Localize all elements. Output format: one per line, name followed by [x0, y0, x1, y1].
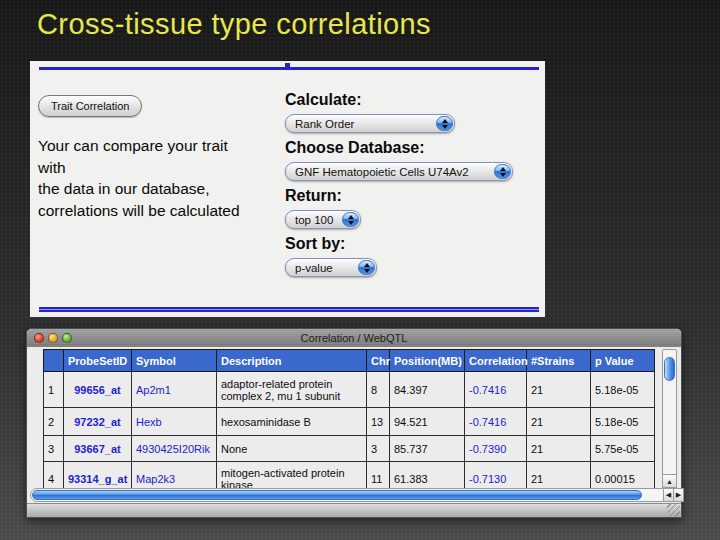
page-title: Cross-tissue type correlations [37, 8, 431, 41]
return-select[interactable]: top 100 [285, 210, 361, 229]
panel-description: Your can compare your trait with the dat… [38, 135, 283, 221]
pvalue-cell: 5.18e-05 [591, 372, 655, 408]
table-row: 2 97232_at Hexb hexosaminidase B 13 94.5… [44, 408, 655, 436]
trait-correlation-panel: Trait Correlation Your can compare your … [30, 61, 545, 317]
col-header-index [44, 350, 64, 372]
minimize-button[interactable] [48, 333, 58, 343]
window-controls [34, 333, 72, 343]
webqtl-window: Correlation / WebQTL ProbeSetID Symbol D… [26, 328, 682, 518]
window-titlebar[interactable]: Correlation / WebQTL [27, 329, 681, 347]
scroll-right-icon[interactable]: ▶ [674, 488, 684, 502]
symbol-link[interactable]: 4930425I20Rik [132, 436, 217, 462]
database-select[interactable]: GNF Hematopoietic Cells U74Av2 [285, 162, 513, 181]
select-stepper-icon [342, 212, 359, 227]
table-row: 3 93667_at 4930425I20Rik None 3 85.737 -… [44, 436, 655, 462]
sort-select-value: p-value [295, 262, 333, 274]
table-header-row: ProbeSetID Symbol Description Chr Positi… [44, 350, 655, 372]
select-stepper-icon [494, 164, 511, 179]
pvalue-cell: 5.75e-05 [591, 436, 655, 462]
correlation-link[interactable]: -0.7390 [465, 436, 527, 462]
calculate-label: Calculate: [285, 91, 540, 109]
col-header-probesetid: ProbeSetID [64, 350, 132, 372]
position-cell: 85.737 [390, 436, 465, 462]
return-label: Return: [285, 187, 540, 205]
choose-database-label: Choose Database: [285, 139, 540, 157]
return-select-value: top 100 [295, 214, 333, 226]
scroll-up-icon[interactable]: ▲ [663, 474, 676, 487]
row-index: 3 [44, 436, 64, 462]
sort-select[interactable]: p-value [285, 258, 377, 277]
database-select-value: GNF Hematopoietic Cells U74Av2 [295, 166, 469, 178]
select-stepper-icon [358, 260, 375, 275]
select-stepper-icon [436, 116, 453, 131]
correlation-table-area: ProbeSetID Symbol Description Chr Positi… [43, 349, 655, 501]
pvalue-cell: 5.18e-05 [591, 408, 655, 436]
probesetid-link[interactable]: 93667_at [64, 436, 132, 462]
position-cell: 84.397 [390, 372, 465, 408]
zoom-button[interactable] [62, 333, 72, 343]
strains-cell: 21 [527, 408, 591, 436]
chr-cell: 8 [367, 372, 390, 408]
trait-correlation-button[interactable]: Trait Correlation [38, 95, 142, 117]
panel-rule-notch [285, 63, 290, 70]
description-cell: None [217, 436, 367, 462]
vertical-scrollbar[interactable]: ▲ ▼ [662, 349, 677, 501]
calculate-select-value: Rank Order [295, 118, 354, 130]
correlation-table: ProbeSetID Symbol Description Chr Positi… [43, 349, 655, 501]
vertical-scrollbar-thumb[interactable] [664, 357, 675, 381]
sort-by-label: Sort by: [285, 235, 540, 253]
description-cell: adaptor-related protein complex 2, mu 1 … [217, 372, 367, 408]
col-header-chr: Chr [367, 350, 390, 372]
calculate-select[interactable]: Rank Order [285, 114, 455, 133]
table-row: 1 99656_at Ap2m1 adaptor-related protein… [44, 372, 655, 408]
strains-cell: 21 [527, 436, 591, 462]
horizontal-scrollbar-thumb[interactable] [32, 490, 642, 500]
col-header-position: Position(MB) [390, 350, 465, 372]
correlation-link[interactable]: -0.7416 [465, 408, 527, 436]
window-title: Correlation / WebQTL [301, 332, 408, 344]
col-header-pvalue: p Value [591, 350, 655, 372]
resize-grip-icon[interactable] [667, 504, 680, 516]
panel-bottom-rule [39, 307, 539, 312]
correlation-link[interactable]: -0.7416 [465, 372, 527, 408]
close-button[interactable] [34, 333, 44, 343]
window-statusbar [27, 503, 681, 517]
col-header-correlation: Correlation [465, 350, 527, 372]
horizontal-scrollbar[interactable]: ◀ ▶ [30, 488, 664, 502]
description-cell: hexosaminidase B [217, 408, 367, 436]
row-index: 1 [44, 372, 64, 408]
symbol-link[interactable]: Ap2m1 [132, 372, 217, 408]
strains-cell: 21 [527, 372, 591, 408]
horizontal-scroll-arrows: ◀ ▶ [664, 488, 684, 502]
scroll-left-icon[interactable]: ◀ [664, 488, 674, 502]
col-header-strains: #Strains [527, 350, 591, 372]
chr-cell: 3 [367, 436, 390, 462]
probesetid-link[interactable]: 97232_at [64, 408, 132, 436]
probesetid-link[interactable]: 99656_at [64, 372, 132, 408]
position-cell: 94.521 [390, 408, 465, 436]
chr-cell: 13 [367, 408, 390, 436]
col-header-symbol: Symbol [132, 350, 217, 372]
col-header-description: Description [217, 350, 367, 372]
form-controls-column: Calculate: Rank Order Choose Database: G… [285, 91, 540, 283]
symbol-link[interactable]: Hexb [132, 408, 217, 436]
row-index: 2 [44, 408, 64, 436]
